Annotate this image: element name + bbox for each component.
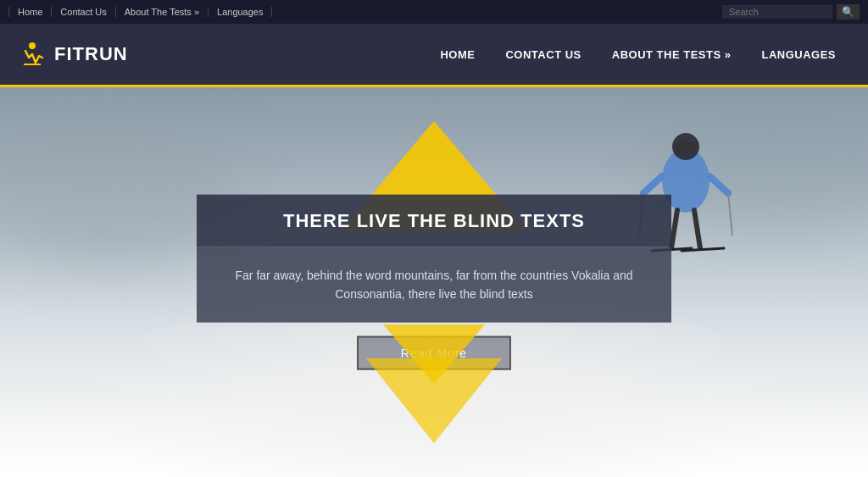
svg-point-0 bbox=[29, 42, 36, 49]
search-input[interactable] bbox=[722, 5, 832, 19]
main-nav: HOME CONTACT US ABOUT THE TESTS » LANGUA… bbox=[425, 48, 851, 61]
svg-line-8 bbox=[728, 193, 732, 236]
svg-rect-4 bbox=[675, 142, 697, 153]
hero-desc-box: Far far away, behind the word mountains,… bbox=[197, 247, 671, 323]
admin-bar-nav: Home Contact Us About The Tests » Langua… bbox=[8, 7, 272, 17]
svg-line-10 bbox=[694, 210, 700, 248]
nav-about-tests[interactable]: ABOUT THE TESTS » bbox=[597, 48, 747, 61]
hero-section: THERE LIVE THE BLIND TEXTS Far far away,… bbox=[0, 87, 868, 477]
hero-title: THERE LIVE THE BLIND TEXTS bbox=[222, 210, 646, 232]
logo-text: FITRUN bbox=[54, 43, 128, 65]
svg-line-9 bbox=[671, 210, 677, 248]
svg-line-6 bbox=[709, 176, 728, 193]
nav-home[interactable]: HOME bbox=[425, 48, 490, 61]
hero-description: Far far away, behind the word mountains,… bbox=[231, 266, 637, 304]
logo: FITRUN bbox=[17, 39, 128, 69]
svg-line-5 bbox=[643, 176, 662, 193]
cloud-mid-left bbox=[42, 172, 212, 257]
hero-title-box: THERE LIVE THE BLIND TEXTS bbox=[197, 195, 671, 247]
nav-languages[interactable]: LANGUAGES bbox=[746, 48, 851, 61]
diamond-decoration-bottom bbox=[366, 358, 502, 443]
logo-icon bbox=[17, 39, 47, 69]
admin-nav-home[interactable]: Home bbox=[8, 7, 52, 17]
nav-contact[interactable]: CONTACT US bbox=[490, 48, 596, 61]
admin-bar: Home Contact Us About The Tests » Langua… bbox=[0, 0, 868, 24]
admin-nav-about[interactable]: About The Tests » bbox=[116, 7, 209, 17]
search-icon[interactable]: 🔍 bbox=[837, 4, 860, 19]
admin-nav-contact[interactable]: Contact Us bbox=[52, 7, 115, 17]
main-header: FITRUN HOME CONTACT US ABOUT THE TESTS »… bbox=[0, 24, 868, 87]
admin-nav-languages[interactable]: Languages bbox=[209, 7, 272, 17]
admin-bar-search: 🔍 bbox=[722, 4, 860, 19]
